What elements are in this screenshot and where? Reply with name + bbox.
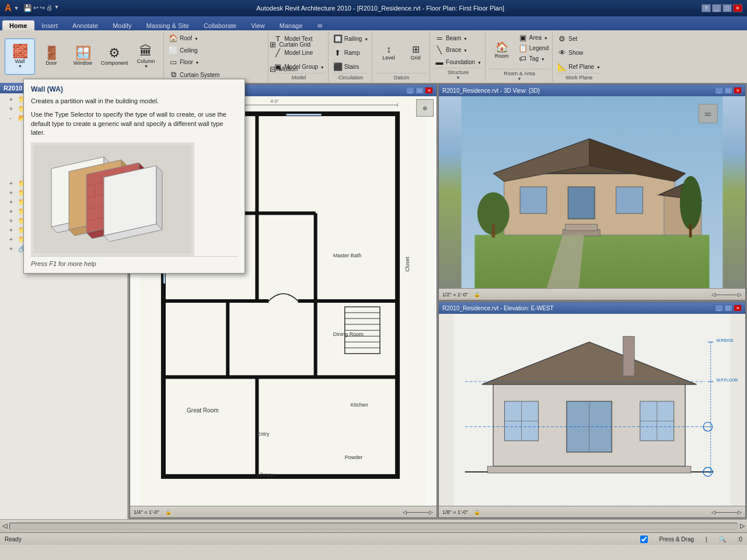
group-structure: ═ Beam ▼ ╲ Brace ▼ ▬ Foundation ▼ Struct… xyxy=(431,32,486,82)
qa-print[interactable]: 🖨 xyxy=(46,4,53,12)
elev-close[interactable]: ✕ xyxy=(734,304,742,312)
groups-toggle[interactable]: + xyxy=(9,236,16,243)
svg-text:Dining Room: Dining Room xyxy=(333,331,364,337)
nav-scrollbar[interactable] xyxy=(9,523,738,530)
model-group-label: Model xyxy=(272,73,326,80)
qa-undo[interactable]: ↩ xyxy=(33,4,39,12)
ramp-icon: ⬆ xyxy=(333,48,343,57)
wall-button[interactable]: 🧱 Wall ▼ xyxy=(5,38,35,75)
roof-button[interactable]: 🏠 Roof ▼ xyxy=(167,33,266,43)
minimize-btn[interactable]: _ xyxy=(712,4,721,12)
3d-zoom-slider[interactable]: ◁──────▷ xyxy=(711,292,742,298)
drafting-toggle[interactable]: + xyxy=(9,190,16,196)
close-btn[interactable]: ✕ xyxy=(733,4,742,12)
floor-button[interactable]: ▭ Floor ▼ xyxy=(167,57,266,67)
elevation-svg: W.P.FLOOR W.RIDGE 0 xyxy=(439,314,745,506)
tab-annotate[interactable]: Annotate xyxy=(65,20,105,30)
grid-button[interactable]: ⊞ Grid xyxy=(403,40,428,66)
press-drag-checkbox[interactable] xyxy=(640,536,648,543)
window-controls[interactable]: ? _ □ ✕ xyxy=(701,4,742,12)
elev-minimize[interactable]: _ xyxy=(715,304,723,312)
tab-modify[interactable]: Modify xyxy=(106,20,138,30)
window-button[interactable]: 🪟 Window xyxy=(68,38,98,75)
schedules-toggle[interactable]: + xyxy=(9,208,16,215)
show-button[interactable]: 👁 Show xyxy=(556,48,602,58)
qa-redo[interactable]: ↪ xyxy=(40,4,45,12)
3d-restore[interactable]: □ xyxy=(724,87,732,94)
elev-restore[interactable]: □ xyxy=(724,304,732,312)
revit-links-toggle[interactable]: + xyxy=(9,246,16,252)
curtain-system-icon: ⧉ xyxy=(169,70,178,79)
ramp-button[interactable]: ⬆ Ramp xyxy=(332,48,369,58)
model-text-button[interactable]: T Model Text xyxy=(272,34,326,44)
area-col: ▣ Area ▼ 📋 Legend 🏷 Tag ▼ xyxy=(517,33,550,64)
fp-minimize[interactable]: _ xyxy=(406,87,414,94)
svg-rect-66 xyxy=(520,187,547,214)
legend-button[interactable]: 📋 Legend xyxy=(517,43,550,53)
families-toggle[interactable]: + xyxy=(9,227,16,233)
model-line-button[interactable]: ╱ Model Line xyxy=(272,48,326,58)
area-icon: ▣ xyxy=(518,33,528,42)
tab-view[interactable]: View xyxy=(244,20,272,30)
tooltip-title: Wall (WA) xyxy=(31,85,238,93)
press-drag-label: Press & Drag xyxy=(659,536,694,542)
model-group-button[interactable]: ▣ Model Group ▼ xyxy=(272,62,326,72)
wall-label: Wall xyxy=(15,59,25,65)
search-btn[interactable]: ? xyxy=(701,4,711,12)
beam-button[interactable]: ═ Beam ▼ xyxy=(434,33,483,43)
qa-save[interactable]: 💾 xyxy=(23,4,32,12)
area-button[interactable]: ▣ Area ▼ xyxy=(517,33,550,43)
sheets-toggle[interactable]: + xyxy=(9,218,16,224)
group-build: 🧱 Wall ▼ 🚪 Door 🪟 Window ⚙ Component 🏛 C… xyxy=(2,32,164,82)
wall-dropdown[interactable]: ▼ xyxy=(18,64,22,68)
brace-button[interactable]: ╲ Brace ▼ xyxy=(434,45,483,55)
tab-home[interactable]: Home xyxy=(2,20,34,30)
elevation-content[interactable]: W.P.FLOOR W.RIDGE 0 xyxy=(439,314,745,506)
tab-massing[interactable]: Massing & Site xyxy=(139,20,196,30)
fp-zoom-slider[interactable]: ◁──────▷ xyxy=(403,509,433,515)
column-button[interactable]: 🏛 Column ▼ xyxy=(131,38,161,75)
column-dropdown[interactable]: ▼ xyxy=(144,64,148,68)
status-separator: | xyxy=(706,536,707,542)
sections-toggle[interactable]: + xyxy=(9,180,16,187)
3d-close[interactable]: ✕ xyxy=(734,87,742,94)
nav-scroll-left[interactable]: ◁ xyxy=(2,522,7,530)
elevation-controls[interactable]: _ □ ✕ xyxy=(715,304,742,312)
room-button[interactable]: 🏠 Room xyxy=(489,33,515,69)
fp-close[interactable]: ✕ xyxy=(425,87,433,94)
structure-expand[interactable]: ▼ xyxy=(434,75,483,80)
ceiling-plans-toggle[interactable]: + xyxy=(9,96,16,103)
room-area-expand[interactable]: ▼ xyxy=(489,76,550,82)
elev-zoom-slider[interactable]: ◁──────▷ xyxy=(711,509,742,515)
door-button[interactable]: 🚪 Door xyxy=(36,38,67,75)
ceiling-button[interactable]: ⬜ Ceiling xyxy=(167,46,266,55)
qa-more[interactable]: ▼ xyxy=(54,4,59,12)
svg-rect-68 xyxy=(616,187,643,214)
floor-plan-controls[interactable]: _ □ ✕ xyxy=(406,87,433,94)
stairs-button[interactable]: ⬛ Stairs xyxy=(332,62,369,72)
tab-collaborate[interactable]: Collaborate xyxy=(197,20,243,30)
ref-plane-button[interactable]: 📐 Ref Plane ▼ xyxy=(556,62,602,72)
fp-restore[interactable]: □ xyxy=(416,87,424,94)
railing-button[interactable]: 🔲 Railing ▼ xyxy=(332,34,369,44)
component-button[interactable]: ⚙ Component xyxy=(99,38,130,75)
foundation-button[interactable]: ▬ Foundation ▼ xyxy=(434,57,483,67)
3d-views-toggle[interactable]: + xyxy=(9,106,16,112)
title-bar: A ▼ 💾 ↩ ↪ 🖨 ▼ Autodesk Revit Architectur… xyxy=(0,0,747,16)
tab-manage[interactable]: Manage xyxy=(273,20,310,30)
tab-extra[interactable]: ✉ xyxy=(310,21,329,30)
level-button[interactable]: ↕ Level xyxy=(376,40,402,66)
restore-btn[interactable]: □ xyxy=(722,4,732,12)
model-group-label: Model Group ▼ xyxy=(284,64,324,70)
tab-insert[interactable]: Insert xyxy=(35,20,65,30)
elevations-toggle[interactable]: - xyxy=(9,115,16,121)
set-button[interactable]: ⚙ Set xyxy=(556,34,602,44)
3d-minimize[interactable]: _ xyxy=(715,87,723,94)
svg-text:Powder: Powder xyxy=(345,454,363,460)
view-3d-content[interactable]: 3D xyxy=(439,96,745,288)
nav-scroll-right[interactable]: ▷ xyxy=(740,522,745,530)
3d-controls[interactable]: _ □ ✕ xyxy=(715,87,742,94)
legends-toggle[interactable]: + xyxy=(9,199,16,205)
fp-nav-cube[interactable]: ⊕ xyxy=(416,99,434,117)
tag-button[interactable]: 🏷 Tag ▼ xyxy=(517,54,550,64)
